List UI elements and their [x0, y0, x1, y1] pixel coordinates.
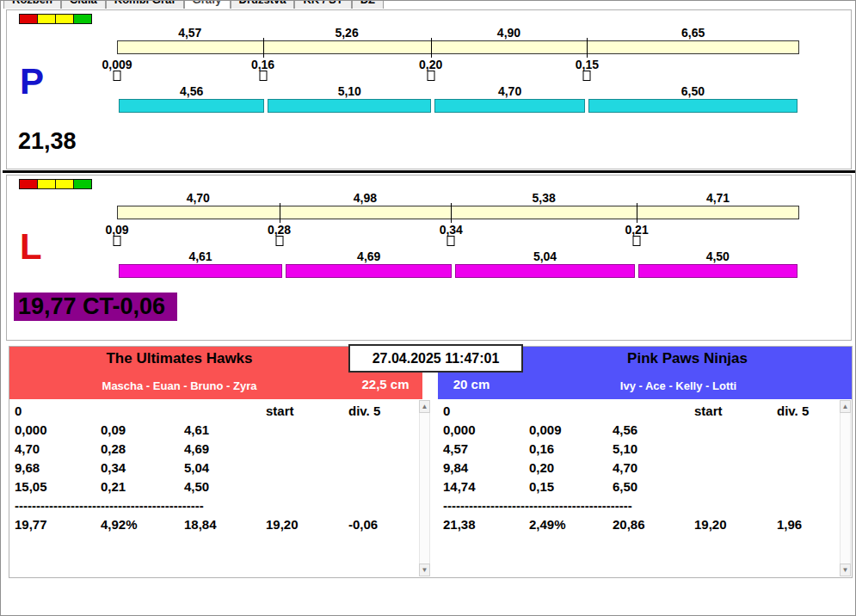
right-results-table: 0startdiv. 50,0000,0094,564,570,165,109,… — [443, 403, 846, 536]
tab-dru-stva[interactable]: Družstva — [231, 1, 295, 9]
table-cell: 6,50 — [613, 479, 694, 498]
timestamp: 27.04.2025 11:47:01 — [348, 344, 523, 373]
legend-square — [37, 179, 56, 189]
change-time-label: 0,09 — [105, 223, 128, 237]
table-cell — [101, 403, 184, 422]
table-cell: 0,09 — [101, 422, 184, 441]
table-cell — [348, 441, 417, 460]
table-cell — [266, 460, 348, 479]
table-cell: div. 5 — [348, 403, 417, 422]
leg-time-label: 4,61 — [188, 249, 212, 263]
change-marker-box — [427, 71, 434, 81]
right-table-scrollbar[interactable]: ▲ ▼ — [840, 400, 851, 576]
change-time-labels: 0,0090,160,200,15 — [117, 58, 799, 71]
table-cell — [529, 403, 613, 422]
legend-square — [73, 14, 92, 24]
change-time-label: 0,20 — [419, 58, 442, 71]
leg-time-label: 4,56 — [180, 84, 203, 98]
scroll-down-icon[interactable]: ▼ — [419, 564, 430, 576]
scrollbar-track[interactable] — [419, 413, 430, 564]
split-time-labels: 4,704,985,384,71 — [117, 191, 799, 204]
table-cell: start — [694, 403, 777, 422]
leg-bars — [117, 264, 799, 279]
leg-bar-segment — [434, 99, 585, 113]
table-cell: 4,56 — [613, 422, 694, 441]
table-cell — [777, 422, 846, 441]
table-cell: 5,10 — [613, 441, 694, 460]
table-cell: 9,68 — [15, 460, 101, 479]
table-cell: 0,34 — [101, 460, 184, 479]
panel-total: 19,77 CT-0,06 — [14, 293, 177, 321]
table-cell — [184, 403, 266, 422]
tab-bar: RozbehCidlaKombi GrafGrafyDružstvaKK / S… — [3, 1, 384, 9]
tab-grafy[interactable]: Grafy — [184, 1, 231, 9]
scroll-up-icon[interactable]: ▲ — [419, 400, 430, 413]
tab-kk-st[interactable]: KK / ST — [294, 1, 351, 9]
table-cell: 0,16 — [529, 441, 613, 460]
change-marker-box — [259, 71, 267, 81]
split-bar — [117, 40, 799, 54]
right-team-jump-height: 20 cm — [438, 377, 505, 391]
legend-square — [73, 179, 92, 189]
table-cell — [266, 479, 348, 498]
split-tick — [637, 203, 637, 223]
table-cell — [777, 479, 846, 498]
table-separator: ----------------------------------------… — [15, 498, 260, 517]
table-cell — [266, 441, 348, 460]
split-tick — [431, 38, 432, 58]
tab-rozbeh[interactable]: Rozbeh — [3, 1, 61, 9]
split-tick — [587, 38, 588, 58]
right-team-members: Ivy - Ace - Kelly - Lotti — [505, 379, 852, 392]
panel-total: 21,38 — [14, 127, 89, 156]
scroll-down-icon[interactable]: ▼ — [840, 564, 851, 576]
leg-bar-segment — [119, 264, 282, 278]
table-cell: 20,86 — [613, 517, 694, 536]
change-marker-boxes — [117, 236, 799, 247]
change-marker-box — [633, 236, 641, 246]
panel-letter: P — [20, 64, 44, 100]
left-table-scrollbar[interactable]: ▲ ▼ — [419, 400, 430, 576]
table-cell: 5,04 — [184, 460, 266, 479]
change-time-label: 0,28 — [268, 223, 291, 237]
table-cell — [694, 422, 777, 441]
change-marker-box — [447, 236, 455, 246]
table-cell: 1,96 — [777, 517, 846, 536]
leg-time-labels: 4,565,104,706,50 — [117, 84, 799, 97]
legend-squares — [19, 179, 91, 189]
table-cell: 21,38 — [443, 517, 529, 536]
table-cell: 0,21 — [101, 479, 184, 498]
tab-kombi-graf[interactable]: Kombi Graf — [106, 1, 184, 9]
table-cell: start — [266, 403, 348, 422]
graph-panel-l: L 4,704,985,384,71 0,090,280,340,21 4,61… — [6, 175, 852, 341]
table-cell: 0 — [443, 403, 529, 422]
table-cell: 19,20 — [694, 517, 777, 536]
table-cell: div. 5 — [777, 403, 846, 422]
change-time-label: 0,21 — [625, 223, 648, 237]
tab-dz[interactable]: DZ — [352, 1, 384, 9]
split-bar — [117, 206, 799, 219]
table-cell: 9,84 — [443, 460, 529, 479]
leg-time-label: 4,50 — [706, 249, 730, 263]
change-marker-box — [114, 71, 121, 81]
right-team-name: Pink Paws Ninjas — [523, 350, 852, 369]
left-team-members: Mascha - Euan - Bruno - Zyra — [9, 379, 349, 392]
change-marker-box — [275, 236, 283, 246]
leg-bar-segment — [286, 264, 452, 278]
legend-square — [19, 179, 38, 189]
split-tick — [263, 38, 264, 58]
split-time-label: 5,38 — [533, 191, 556, 205]
leg-bar-segment — [268, 99, 431, 113]
table-cell: 15,05 — [15, 479, 101, 498]
change-time-labels: 0,090,280,340,21 — [117, 223, 799, 236]
split-tick — [451, 203, 452, 223]
leg-bar-segment — [638, 264, 797, 278]
change-marker-box — [114, 236, 121, 246]
table-cell: 4,57 — [443, 441, 529, 460]
tab-cidla[interactable]: Cidla — [61, 1, 106, 9]
table-separator: ----------------------------------------… — [443, 498, 688, 517]
legend-square — [19, 14, 38, 24]
scrollbar-track[interactable] — [840, 413, 851, 564]
scroll-up-icon[interactable]: ▲ — [840, 400, 851, 413]
graph-panel-p: P 4,575,264,906,65 0,0090,160,200,15 4,5… — [6, 9, 852, 169]
table-cell: 0,009 — [529, 422, 613, 441]
